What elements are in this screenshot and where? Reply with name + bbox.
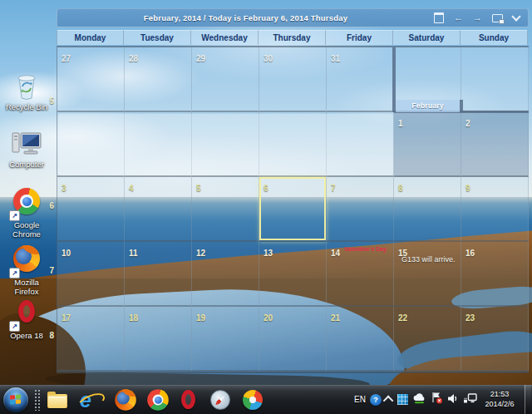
- calendar-day-cell[interactable]: 27: [57, 47, 125, 112]
- calendar-day-cell[interactable]: 5: [192, 177, 259, 242]
- desktop-icon-opera-18[interactable]: ↗ Opera 18: [2, 298, 52, 341]
- calendar-grid-icon[interactable]: [434, 12, 444, 23]
- taskbar-firefox[interactable]: [112, 389, 134, 411]
- day-number: 13: [264, 249, 273, 258]
- calendar-day-cell[interactable]: 17: [57, 307, 125, 372]
- calendar-day-cell[interactable]: 30: [259, 47, 327, 112]
- calendar-day-cell[interactable]: [57, 112, 125, 177]
- calendar-day-cell[interactable]: 20: [259, 307, 327, 372]
- month-label: February: [396, 100, 460, 112]
- shortcut-arrow-icon: ↗: [9, 321, 20, 332]
- explorer-folder-icon: [47, 394, 67, 408]
- collapse-chevron-icon[interactable]: [511, 12, 520, 21]
- taskbar-messenger[interactable]: [242, 389, 264, 411]
- tray-date: 2014/2/6: [481, 400, 518, 410]
- system-tray: EN ? 21:53 2014/2/6: [354, 385, 532, 414]
- safari-compass-icon: [210, 390, 230, 410]
- day-number: 30: [264, 54, 273, 63]
- day-number: 17: [62, 313, 71, 323]
- day-number: 5: [196, 184, 201, 193]
- calendar-day-cell[interactable]: 9: [461, 177, 529, 242]
- desktop-icon-label: Opera 18: [2, 332, 52, 341]
- firefox-icon: ↗: [11, 245, 42, 277]
- calendar-day-cell[interactable]: 16: [461, 242, 529, 307]
- desktop-icon-computer[interactable]: Computer: [2, 129, 52, 170]
- day-number: 8: [398, 184, 403, 193]
- start-button[interactable]: [3, 387, 28, 412]
- calendar-day-cell[interactable]: [192, 112, 259, 177]
- month-separator-notch: [460, 100, 463, 112]
- cloud-tray-icon[interactable]: [412, 392, 426, 407]
- day-number: 31: [331, 54, 340, 63]
- taskbar-windows-explorer[interactable]: [47, 389, 69, 411]
- action-center-flag-icon[interactable]: [431, 392, 443, 407]
- opera-icon: ↗: [11, 300, 42, 330]
- calendar-day-cell-with-note[interactable]: 15 G133 will arrive.: [394, 242, 461, 307]
- day-number: 9: [466, 184, 470, 193]
- taskbar-internet-explorer[interactable]: e: [80, 389, 101, 411]
- calendar-day-cell[interactable]: 12: [192, 242, 259, 307]
- help-question-icon[interactable]: ?: [370, 394, 382, 406]
- calendar-day-cell[interactable]: 8: [394, 177, 461, 242]
- calendar-day-cell[interactable]: 7: [327, 177, 394, 242]
- calendar-title-bar[interactable]: February, 2014 / Today is February 6, 20…: [57, 8, 529, 27]
- day-number: 1: [398, 119, 403, 128]
- calendar-day-cell[interactable]: [125, 112, 192, 177]
- calendar-day-header-row: Monday Tuesday Wednesday Thursday Friday…: [57, 30, 528, 44]
- calendar-day-cell[interactable]: 29: [192, 47, 259, 112]
- chrome-icon: [147, 389, 169, 411]
- calendar-day-cell[interactable]: 21: [327, 307, 394, 372]
- taskbar-grip[interactable]: [34, 389, 42, 411]
- day-number: 20: [264, 313, 273, 323]
- calendar-day-cell[interactable]: 4: [125, 177, 192, 242]
- day-number: 28: [129, 54, 138, 63]
- desktop-icon-mozilla-firefox[interactable]: ↗ Mozilla Firefox: [2, 244, 52, 297]
- blue-grid-tray-icon[interactable]: [397, 394, 408, 405]
- next-month-arrow-icon[interactable]: →: [473, 13, 482, 22]
- desktop-icon-recycle-bin[interactable]: Recycle Bin: [2, 71, 52, 112]
- taskbar-clock[interactable]: 21:53 2014/2/6: [481, 390, 518, 409]
- calendar-day-cell[interactable]: 28: [125, 47, 192, 112]
- taskbar-safari[interactable]: [209, 389, 231, 411]
- taskbar-chrome[interactable]: [145, 389, 166, 411]
- desktop-icon-label: Computer: [2, 160, 52, 170]
- volume-speaker-icon[interactable]: [447, 392, 459, 407]
- calendar-day-cell[interactable]: [327, 112, 394, 177]
- desktop-icon-google-chrome[interactable]: ↗ Google Chrome: [2, 186, 52, 239]
- day-number: 6: [264, 184, 268, 193]
- day-header-wednesday: Wednesday: [191, 30, 259, 45]
- language-indicator[interactable]: EN: [354, 395, 366, 404]
- day-header-monday: Monday: [57, 30, 124, 45]
- day-number: 12: [196, 249, 205, 258]
- calendar-day-cell[interactable]: [461, 47, 529, 112]
- calendar-day-cell[interactable]: 11: [125, 242, 192, 307]
- calendar-day-cell[interactable]: 31: [327, 47, 394, 112]
- desktop-icon-label: Recycle Bin: [2, 103, 52, 112]
- calendar-day-cell[interactable]: 13: [259, 242, 327, 307]
- day-number: 7: [331, 184, 336, 193]
- prev-month-arrow-icon[interactable]: ←: [454, 13, 463, 22]
- calendar-day-cell[interactable]: 18: [125, 307, 192, 372]
- taskbar-opera[interactable]: [177, 389, 199, 411]
- day-header-sunday: Sunday: [461, 30, 528, 45]
- show-desktop-button[interactable]: [525, 385, 531, 414]
- calendar-day-cell-today[interactable]: 6: [259, 177, 327, 242]
- calendar-day-cell[interactable]: [259, 112, 327, 177]
- day-number: 29: [196, 54, 205, 63]
- desktop-icon-label: Google Chrome: [2, 221, 52, 239]
- day-number: 27: [62, 54, 71, 63]
- day-number: 14: [331, 249, 340, 258]
- show-hidden-icons-button[interactable]: [383, 396, 394, 407]
- windows-switch-icon[interactable]: [492, 14, 503, 22]
- calendar-day-cell[interactable]: 22: [394, 307, 461, 372]
- calendar-day-cell-feb-2[interactable]: 2: [461, 112, 529, 177]
- day-number: 10: [62, 249, 71, 258]
- calendar-day-cell[interactable]: 3: [57, 177, 125, 242]
- calendar-day-cell[interactable]: 10: [57, 242, 125, 307]
- messenger-pinwheel-icon: [243, 390, 263, 410]
- calendar-day-cell[interactable]: 19: [192, 307, 259, 372]
- calendar-day-cell[interactable]: 23: [461, 307, 529, 372]
- calendar-day-cell-feb-1[interactable]: 1: [394, 112, 461, 177]
- network-icon[interactable]: [463, 392, 477, 407]
- calendar-day-cell-valentines[interactable]: 14 Valentine's Day: [327, 242, 394, 307]
